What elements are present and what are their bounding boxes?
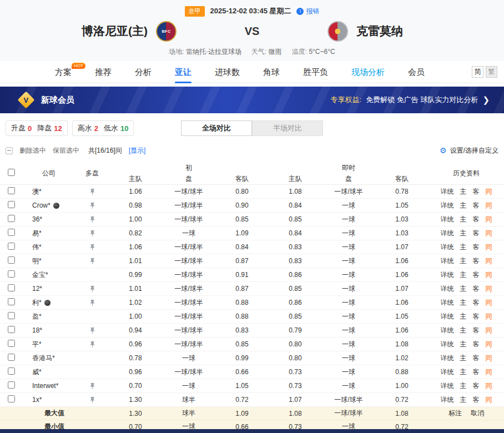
- history-away-link[interactable]: 客: [473, 256, 480, 266]
- nav-tab-win-draw-lose[interactable]: 胜平负: [291, 61, 340, 83]
- history-home-link[interactable]: 主: [460, 187, 467, 197]
- nav-tab-analysis[interactable]: 分析: [123, 61, 163, 83]
- vip-banner[interactable]: V 新球会员 专享权益: 免费解锁 免广告 球队实力对比分析 ❯: [0, 87, 504, 113]
- history-away-link[interactable]: 客: [473, 187, 480, 197]
- row-checkbox[interactable]: [8, 229, 15, 236]
- history-detail-link[interactable]: 详统: [441, 243, 454, 252]
- company-name[interactable]: Crow*: [22, 202, 75, 209]
- row-checkbox[interactable]: [8, 395, 15, 402]
- history-away-link[interactable]: 客: [473, 312, 480, 321]
- company-name[interactable]: 1x*: [22, 396, 75, 404]
- history-same-link[interactable]: 同: [486, 326, 492, 335]
- history-home-link[interactable]: 主: [460, 312, 467, 321]
- history-away-link[interactable]: 客: [473, 354, 480, 363]
- history-home-link[interactable]: 主: [460, 354, 467, 363]
- history-home-link[interactable]: 主: [460, 395, 467, 405]
- row-checkbox[interactable]: [8, 215, 15, 222]
- history-detail-link[interactable]: 详统: [441, 270, 454, 280]
- multi-odds-pin-icon[interactable]: [89, 258, 96, 265]
- company-name[interactable]: 伟*: [22, 243, 75, 252]
- row-checkbox[interactable]: [8, 381, 15, 389]
- away-team-name[interactable]: 克雷莫纳: [356, 23, 403, 39]
- history-detail-link[interactable]: 详统: [441, 284, 454, 294]
- history-same-link[interactable]: 同: [486, 229, 492, 238]
- history-away-link[interactable]: 客: [473, 270, 480, 280]
- row-checkbox[interactable]: [8, 270, 15, 278]
- company-name[interactable]: 金宝*: [22, 270, 75, 280]
- history-home-link[interactable]: 主: [460, 256, 467, 266]
- nav-tab-plan[interactable]: 方案HOT: [43, 61, 83, 83]
- history-detail-link[interactable]: 详统: [441, 229, 454, 238]
- history-home-link[interactable]: 主: [460, 340, 467, 349]
- history-detail-link[interactable]: 详统: [441, 312, 454, 321]
- history-same-link[interactable]: 同: [486, 340, 492, 349]
- history-away-link[interactable]: 客: [473, 243, 480, 252]
- history-home-link[interactable]: 主: [460, 201, 467, 210]
- settings-button[interactable]: ⚙ 设置/选择自定义: [440, 146, 498, 155]
- history-away-link[interactable]: 客: [473, 340, 480, 349]
- delete-selected-button[interactable]: 删除选中: [19, 146, 46, 155]
- nav-tab-live-analysis[interactable]: 现场分析: [340, 61, 396, 83]
- history-detail-link[interactable]: 详统: [441, 201, 454, 210]
- nav-tab-asian-handicap[interactable]: 亚让: [163, 61, 203, 83]
- history-detail-link[interactable]: 详统: [441, 298, 454, 308]
- company-name[interactable]: 威*: [22, 367, 75, 377]
- league-badge[interactable]: 意甲: [185, 6, 205, 17]
- multi-odds-pin-icon[interactable]: [89, 382, 96, 390]
- company-name[interactable]: 12*: [22, 285, 75, 293]
- history-same-link[interactable]: 同: [486, 381, 492, 391]
- multi-odds-pin-icon[interactable]: [89, 327, 96, 334]
- keep-selected-button[interactable]: 保留选中: [53, 146, 79, 155]
- company-name[interactable]: 澳*: [22, 187, 75, 197]
- history-same-link[interactable]: 同: [486, 256, 492, 266]
- history-away-link[interactable]: 客: [473, 395, 480, 405]
- history-detail-link[interactable]: 详统: [441, 367, 454, 377]
- cancel-button[interactable]: 取消: [471, 409, 484, 418]
- row-checkbox[interactable]: [8, 298, 15, 305]
- company-name[interactable]: 易*: [22, 229, 75, 238]
- multi-odds-pin-icon[interactable]: [89, 202, 96, 209]
- history-same-link[interactable]: 同: [486, 312, 492, 321]
- history-home-link[interactable]: 主: [460, 215, 467, 224]
- history-home-link[interactable]: 主: [460, 243, 467, 252]
- history-detail-link[interactable]: 详统: [441, 395, 454, 405]
- company-name[interactable]: 平*: [22, 340, 75, 349]
- nav-tab-goals[interactable]: 进球数: [203, 61, 251, 83]
- multi-odds-pin-icon[interactable]: [89, 244, 96, 251]
- multi-odds-pin-icon[interactable]: [89, 396, 96, 404]
- history-detail-link[interactable]: 详统: [441, 340, 454, 349]
- history-detail-link[interactable]: 详统: [441, 256, 454, 266]
- history-home-link[interactable]: 主: [460, 326, 467, 335]
- multi-odds-pin-icon[interactable]: [89, 188, 96, 195]
- history-detail-link[interactable]: 详统: [441, 215, 454, 224]
- row-checkbox[interactable]: [8, 201, 15, 208]
- history-away-link[interactable]: 客: [473, 201, 480, 210]
- row-checkbox[interactable]: [8, 187, 15, 194]
- history-same-link[interactable]: 同: [486, 201, 492, 210]
- row-checkbox[interactable]: [8, 256, 15, 264]
- history-away-link[interactable]: 客: [473, 367, 480, 377]
- history-same-link[interactable]: 同: [486, 270, 492, 280]
- history-away-link[interactable]: 客: [473, 326, 480, 335]
- history-away-link[interactable]: 客: [473, 215, 480, 224]
- history-home-link[interactable]: 主: [460, 381, 467, 391]
- history-home-link[interactable]: 主: [460, 284, 467, 294]
- history-detail-link[interactable]: 详统: [441, 187, 454, 197]
- select-all-checkbox[interactable]: [8, 169, 15, 176]
- history-same-link[interactable]: 同: [486, 187, 492, 197]
- history-detail-link[interactable]: 详统: [441, 381, 454, 391]
- history-home-link[interactable]: 主: [460, 367, 467, 377]
- multi-odds-pin-icon[interactable]: [89, 230, 96, 237]
- clear-selection-icon[interactable]: [6, 147, 13, 154]
- company-name[interactable]: 36*: [22, 215, 75, 223]
- history-same-link[interactable]: 同: [486, 284, 492, 294]
- report-error-link[interactable]: ! 报错: [296, 7, 319, 16]
- row-checkbox[interactable]: [8, 312, 15, 319]
- row-checkbox[interactable]: [8, 243, 15, 250]
- row-checkbox[interactable]: [8, 326, 15, 333]
- company-name[interactable]: 18*: [22, 326, 75, 334]
- nav-tab-member[interactable]: 会员: [396, 61, 436, 83]
- history-detail-link[interactable]: 详统: [441, 326, 454, 335]
- half-match-toggle[interactable]: 半场对比: [252, 120, 323, 136]
- history-same-link[interactable]: 同: [486, 354, 492, 363]
